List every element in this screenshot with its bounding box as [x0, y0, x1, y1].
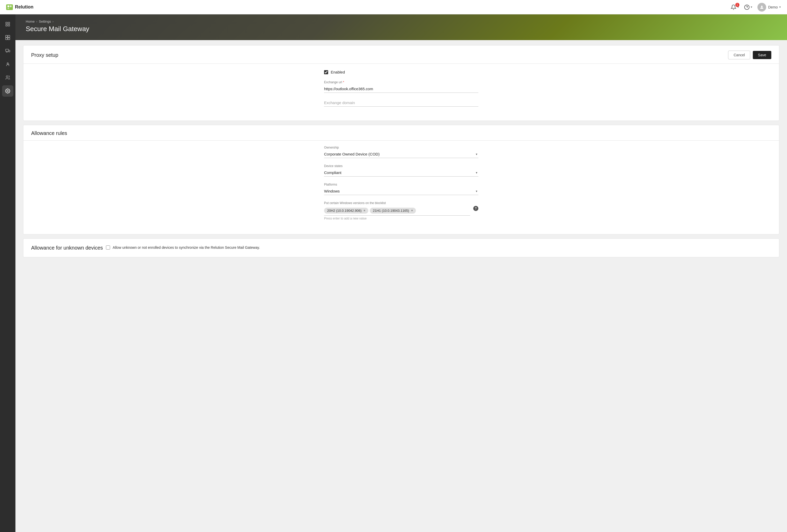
notifications-button[interactable]: 1 ▾	[731, 4, 739, 10]
unknown-devices-row: Allowance for unknown devices Allow unkn…	[23, 239, 779, 257]
proxy-setup-card: Proxy setup Cancel Save Enabled	[23, 45, 779, 121]
svg-rect-0	[7, 5, 9, 7]
proxy-form: Enabled Exchange url *	[324, 70, 478, 107]
allowance-rules-title: Allowance rules	[31, 130, 771, 136]
svg-point-5	[761, 6, 763, 7]
svg-rect-12	[6, 38, 8, 40]
help-button[interactable]: ▾	[744, 4, 752, 10]
tag-1-remove[interactable]	[363, 209, 366, 212]
user-menu[interactable]: Demo ▾	[758, 3, 781, 12]
proxy-setup-header: Proxy setup Cancel Save	[23, 45, 779, 64]
ownership-select-wrapper: Corporate Owned Device (COD) ▾	[324, 150, 478, 158]
page-content: Proxy setup Cancel Save Enabled	[16, 40, 787, 262]
tag-2-value: 21H1 (10.0.19043.1165)	[373, 209, 409, 213]
svg-rect-11	[8, 36, 10, 38]
ownership-select[interactable]: Corporate Owned Device (COD)	[324, 150, 478, 158]
platforms-label: Platforms	[324, 183, 478, 186]
logo: Relution	[6, 4, 34, 10]
device-states-select-wrapper: Compliant ▾	[324, 169, 478, 177]
main-area: Home › Settings › Secure Mail Gateway Pr…	[16, 15, 787, 532]
svg-rect-17	[8, 50, 10, 52]
svg-point-19	[6, 76, 8, 77]
allow-unknown-label: Allow unknown or not enrolled devices to…	[113, 245, 260, 250]
breadcrumb-sep1: ›	[36, 20, 37, 23]
top-navigation: Relution 1 ▾ ▾ Dem	[0, 0, 787, 15]
svg-rect-9	[6, 25, 7, 26]
exchange-domain-input[interactable]	[324, 99, 478, 107]
user-name: Demo	[768, 5, 778, 9]
breadcrumb-home[interactable]: Home	[26, 20, 35, 23]
help-icon[interactable]: ?	[473, 206, 478, 211]
proxy-setup-actions: Cancel Save	[728, 51, 771, 59]
sidebar-item-devices[interactable]	[2, 45, 13, 57]
save-button[interactable]: Save	[753, 51, 771, 59]
tag-1-value: 20H2 (10.0.19042.906)	[327, 209, 362, 213]
breadcrumb: Home › Settings ›	[26, 20, 777, 23]
device-states-select[interactable]: Compliant	[324, 169, 478, 177]
platforms-select-wrapper: Windows ▾	[324, 187, 478, 195]
allowance-unknown-card: Allowance for unknown devices Allow unkn…	[23, 239, 779, 257]
sidebar-item-settings[interactable]	[2, 85, 13, 97]
svg-rect-8	[8, 25, 10, 26]
svg-rect-2	[7, 8, 9, 9]
topnav-right: 1 ▾ ▾ Demo ▾	[731, 3, 781, 12]
logo-text: Relution	[15, 4, 34, 10]
ownership-group: Ownership Corporate Owned Device (COD) ▾	[324, 146, 478, 158]
exchange-url-label: Exchange url *	[324, 81, 478, 84]
svg-rect-21	[364, 210, 365, 211]
svg-rect-10	[6, 36, 8, 38]
svg-rect-14	[6, 49, 9, 51]
blocklist-row: 20H2 (10.0.19042.906) 21H1 (1	[324, 206, 478, 216]
cancel-button[interactable]: Cancel	[728, 51, 750, 59]
tag-2-remove[interactable]	[411, 209, 414, 212]
proxy-setup-body: Enabled Exchange url *	[23, 64, 779, 120]
device-states-label: Device states	[324, 164, 478, 168]
avatar	[758, 3, 766, 12]
notification-badge: 1	[735, 3, 739, 7]
allowance-rules-card: Allowance rules Ownership Corporate Owne…	[23, 125, 779, 235]
proxy-setup-title: Proxy setup	[31, 52, 58, 58]
tag-2: 21H1 (10.0.19043.1165)	[370, 208, 416, 214]
ownership-label: Ownership	[324, 146, 478, 149]
logo-icon	[6, 4, 13, 10]
device-states-group: Device states Compliant ▾	[324, 164, 478, 177]
allowance-body: Ownership Corporate Owned Device (COD) ▾…	[23, 140, 779, 234]
svg-rect-13	[8, 38, 10, 40]
exchange-url-group: Exchange url *	[324, 81, 478, 93]
allowance-unknown-title: Allowance for unknown devices	[31, 245, 103, 251]
blocklist-group: Put certain Windows versions on the bloc…	[324, 201, 478, 220]
allowance-form: Ownership Corporate Owned Device (COD) ▾…	[324, 146, 478, 220]
allowance-rules-header: Allowance rules	[23, 125, 779, 140]
blocklist-hint: Press enter to add a new value	[324, 217, 478, 220]
enabled-label: Enabled	[331, 70, 345, 74]
sidebar-item-dashboard[interactable]	[2, 19, 13, 30]
tag-1: 20H2 (10.0.19042.906)	[324, 208, 368, 214]
sidebar-item-enrollment[interactable]	[2, 59, 13, 70]
exchange-url-input[interactable]	[324, 85, 478, 93]
svg-rect-7	[8, 22, 10, 24]
breadcrumb-sep2: ›	[52, 20, 54, 23]
help-chevron: ▾	[751, 5, 752, 9]
user-chevron: ▾	[779, 5, 781, 9]
blocklist-label: Put certain Windows versions on the bloc…	[324, 201, 478, 205]
svg-point-18	[7, 63, 8, 64]
svg-rect-6	[6, 22, 7, 24]
blocklist-tag-input[interactable]	[418, 209, 470, 213]
svg-rect-1	[10, 5, 12, 7]
tag-input-area[interactable]: 20H2 (10.0.19042.906) 21H1 (1	[324, 206, 470, 216]
enabled-row: Enabled	[324, 70, 478, 74]
exchange-domain-group	[324, 99, 478, 107]
svg-rect-22	[411, 210, 413, 211]
platforms-select[interactable]: Windows	[324, 187, 478, 195]
page-header: Home › Settings › Secure Mail Gateway	[16, 15, 787, 40]
svg-point-20	[7, 90, 8, 92]
sidebar	[0, 15, 16, 532]
allow-unknown-checkbox[interactable]	[106, 245, 110, 249]
enabled-checkbox[interactable]	[324, 70, 328, 74]
unknown-checkbox-row: Allow unknown or not enrolled devices to…	[106, 245, 771, 250]
breadcrumb-settings[interactable]: Settings	[39, 20, 51, 23]
platforms-group: Platforms Windows ▾	[324, 183, 478, 195]
sidebar-item-users[interactable]	[2, 72, 13, 83]
sidebar-item-apps[interactable]	[2, 32, 13, 43]
required-indicator: *	[342, 81, 344, 84]
